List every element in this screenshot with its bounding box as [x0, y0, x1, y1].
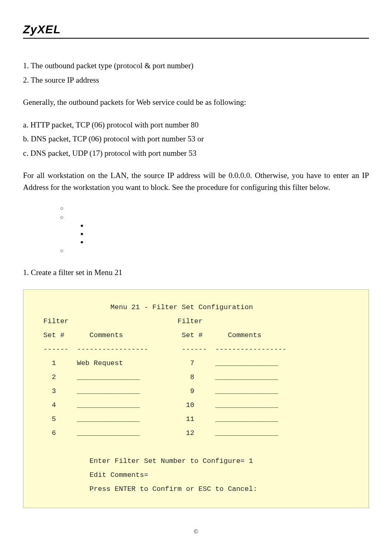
intro-c: c. DNS packet, UDP (17) protocol with po…	[23, 148, 369, 160]
document-page: ZyXEL 1. The outbound packet type (proto…	[0, 0, 392, 555]
square-bullet-icon: ■	[81, 222, 369, 230]
intro-item-2: 2. The source IP address	[23, 74, 369, 86]
square-bullet-icon: ■	[81, 230, 369, 238]
menu-title: Menu 21 - Filter Set Configuration	[31, 303, 253, 311]
menu-prompt: Edit Comments=	[31, 471, 148, 479]
bullet-placeholder: ○ ○ ■ ■ ■ ○	[23, 204, 369, 255]
intro-b: b. DNS packet, TCP (06) protocol with po…	[23, 133, 369, 145]
menu-row: 2 _______________ 8 _______________	[31, 373, 278, 381]
menu-row: 6 _______________ 12 _______________	[31, 429, 278, 437]
menu-prompt: Press ENTER to Confirm or ESC to Cancel:	[31, 485, 257, 493]
header-rule	[23, 38, 369, 39]
brand-logo: ZyXEL	[23, 23, 369, 36]
hollow-bullet-icon: ○	[60, 246, 369, 255]
step-1-heading: 1. Create a filter set in Menu 21	[23, 267, 369, 279]
terminal-menu-box: Menu 21 - Filter Set Configuration Filte…	[23, 289, 369, 508]
square-bullet-icon: ■	[81, 238, 369, 246]
menu-row: 4 _______________ 10 _______________	[31, 401, 278, 409]
menu-row: 3 _______________ 9 _______________	[31, 387, 278, 395]
menu-row: 1 Web Request 7 _______________	[31, 359, 278, 367]
intro-generally: Generally, the outbound packets for Web …	[23, 97, 369, 109]
footer-copyright: ©	[23, 529, 369, 535]
menu-row: 5 _______________ 11 _______________	[31, 415, 278, 423]
intro-a: a. HTTP packet, TCP (06) protocol with p…	[23, 119, 369, 131]
intro-for-all: For all workstation on the LAN, the sour…	[23, 170, 369, 193]
hollow-bullet-icon: ○	[60, 204, 369, 213]
menu-header-row-1: Filter Filter	[31, 317, 203, 325]
menu-separator: ------ ----------------- ------ --------…	[31, 345, 286, 353]
menu-header-row-2: Set # Comments Set # Comments	[31, 331, 261, 339]
menu-prompt: Enter Filter Set Number to Configure= 1	[31, 457, 253, 465]
hollow-bullet-icon: ○	[60, 213, 369, 222]
intro-item-1: 1. The outbound packet type (protocol & …	[23, 60, 369, 72]
